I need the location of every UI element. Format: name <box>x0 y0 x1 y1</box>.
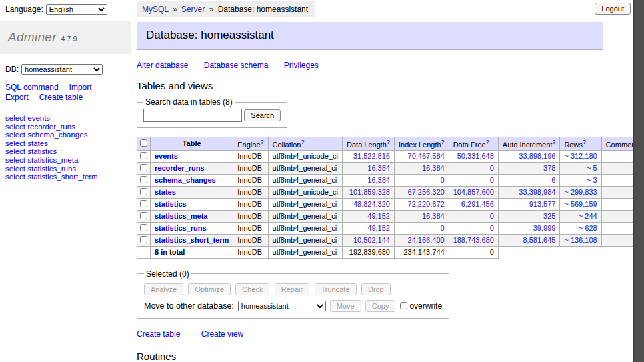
sidebar-select-link[interactable]: select statistics <box>5 147 57 155</box>
engine-cell: InnoDB <box>233 150 268 162</box>
sidebar-select-link[interactable]: select statistics_meta <box>5 156 78 164</box>
row-checkbox-cell <box>137 174 151 186</box>
drop-button[interactable]: Drop <box>361 283 391 295</box>
total-empty-cell <box>137 246 151 258</box>
truncate-button[interactable]: Truncate <box>315 283 357 295</box>
column-help-link[interactable]: ? <box>441 139 445 145</box>
table-name-link[interactable]: statistics_runs <box>155 224 207 232</box>
database-schema-link[interactable]: Database schema <box>204 61 269 70</box>
sidebar-select-link[interactable]: select states <box>5 139 48 147</box>
row-checkbox-cell <box>137 186 151 198</box>
table-name-link[interactable]: recorder_runs <box>155 164 205 172</box>
table-name-link[interactable]: statistics_meta <box>155 212 208 220</box>
table-name-cell: schema_changes <box>151 174 233 186</box>
row-checkbox[interactable] <box>140 224 147 231</box>
breadcrumb-server-link[interactable]: Server <box>181 5 205 14</box>
move-button[interactable]: Move <box>330 300 361 312</box>
adminer-version: 4.7.9 <box>61 35 77 43</box>
search-input[interactable] <box>143 109 242 122</box>
tables-table: TableEngine?Collation?Data Length?Index … <box>137 137 644 259</box>
language-label: Language: <box>5 5 43 14</box>
db-selector-row: DB:homeassistant <box>0 54 131 75</box>
data-free-cell: 0 <box>449 222 498 234</box>
privileges-link[interactable]: Privileges <box>284 61 319 70</box>
table-row: recorder_runsInnoDButf8mb4_general_ci16,… <box>137 162 644 174</box>
table-row: eventsInnoDButf8mb4_unicode_ci31,522,816… <box>137 150 644 162</box>
total-collation-cell: utf8mb4_general_ci <box>268 246 342 258</box>
create-links: Create table Create view <box>137 329 603 339</box>
row-checkbox[interactable] <box>140 164 147 171</box>
selected-legend: Selected (0) <box>144 269 191 279</box>
sidebar-select-link[interactable]: select statistics_short_term <box>5 173 98 181</box>
tables-header-row: TableEngine?Collation?Data Length?Index … <box>137 137 644 151</box>
search-button[interactable]: Search <box>244 109 281 121</box>
row-checkbox[interactable] <box>140 212 147 219</box>
row-checkbox[interactable] <box>140 200 147 207</box>
export-link[interactable]: Export <box>5 93 29 102</box>
analyze-button[interactable]: Analyze <box>144 283 183 295</box>
table-row: statistics_short_termInnoDButf8mb4_gener… <box>137 234 644 246</box>
engine-cell: InnoDB <box>233 234 268 246</box>
index-length-cell: 24,166,400 <box>394 234 449 246</box>
column-help-link[interactable]: ? <box>261 139 264 145</box>
import-link[interactable]: Import <box>69 83 92 92</box>
index-length-cell: 16,384 <box>394 210 449 222</box>
create-table-link[interactable]: Create table <box>137 329 180 339</box>
tables-and-views-heading: Tables and views <box>137 80 603 91</box>
column-header: Data Length? <box>343 137 395 151</box>
spacer-cell <box>560 246 601 258</box>
column-header: Data Free? <box>449 137 498 151</box>
repair-button[interactable]: Repair <box>275 283 309 295</box>
tables-tbody: eventsInnoDButf8mb4_unicode_ci31,522,816… <box>137 150 644 258</box>
column-help-link[interactable]: ? <box>301 139 304 145</box>
check-button[interactable]: Check <box>235 283 269 295</box>
db-select[interactable]: homeassistant <box>21 64 103 75</box>
sidebar-divider <box>0 109 131 109</box>
create-view-link[interactable]: Create view <box>201 329 243 339</box>
table-name-link[interactable]: schema_changes <box>155 176 216 184</box>
column-help-link[interactable]: ? <box>583 139 586 145</box>
sidebar-select-link[interactable]: select events <box>5 114 50 122</box>
column-help-link[interactable]: ? <box>552 139 555 145</box>
select-all-checkbox[interactable] <box>140 139 147 147</box>
collation-cell: utf8mb4_general_ci <box>268 162 342 174</box>
row-checkbox-cell <box>137 150 151 162</box>
auto-increment-cell: 913,577 <box>498 198 560 210</box>
language-select[interactable]: English <box>46 4 107 15</box>
move-database-select[interactable]: homeassistant <box>238 301 326 311</box>
table-name-link[interactable]: statistics <box>155 200 187 208</box>
row-checkbox[interactable] <box>140 152 147 159</box>
alter-database-link[interactable]: Alter database <box>137 61 188 70</box>
rows-cell: ~ 569,159 <box>560 198 601 210</box>
column-header: Auto Increment? <box>498 137 560 151</box>
page-title: Database: homeassistant <box>137 22 603 50</box>
collation-cell: utf8mb4_general_ci <box>268 234 342 246</box>
table-name-link[interactable]: states <box>155 188 176 196</box>
logout-button[interactable]: Logout <box>595 3 631 15</box>
rows-cell: ~ 244 <box>560 210 601 222</box>
row-checkbox[interactable] <box>140 188 147 195</box>
sidebar-select-link[interactable]: select recorder_runs <box>5 123 75 131</box>
vertical-scrollbar[interactable] <box>633 0 644 362</box>
row-checkbox-cell <box>137 234 151 246</box>
sidebar-select-link[interactable]: select schema_changes <box>5 131 87 139</box>
optimize-button[interactable]: Optimize <box>188 283 230 295</box>
data-length-cell: 101,859,328 <box>343 186 395 198</box>
sidebar-select-link[interactable]: select statistics_runs <box>5 165 76 173</box>
column-help-link[interactable]: ? <box>387 139 390 145</box>
table-name-link[interactable]: events <box>155 152 178 160</box>
table-row: schema_changesInnoDButf8mb4_general_ci16… <box>137 174 644 186</box>
row-checkbox[interactable] <box>140 236 147 243</box>
copy-button[interactable]: Copy <box>365 300 396 312</box>
move-label: Move to other database: <box>144 301 234 311</box>
column-help-link[interactable]: ? <box>486 139 489 145</box>
table-name-link[interactable]: statistics_short_term <box>155 236 229 244</box>
overwrite-checkbox[interactable] <box>400 302 407 309</box>
selected-buttons-row: Analyze Optimize Check Repair Truncate D… <box>144 283 442 295</box>
table-row: statesInnoDButf8mb4_unicode_ci101,859,32… <box>137 186 644 198</box>
create-table-link-sidebar[interactable]: Create table <box>39 93 83 102</box>
sidebar-actions-row-2: ExportCreate table <box>0 93 131 103</box>
breadcrumb-mysql-link[interactable]: MySQL <box>142 5 169 14</box>
row-checkbox[interactable] <box>140 176 147 183</box>
sql-command-link[interactable]: SQL command <box>5 83 59 92</box>
